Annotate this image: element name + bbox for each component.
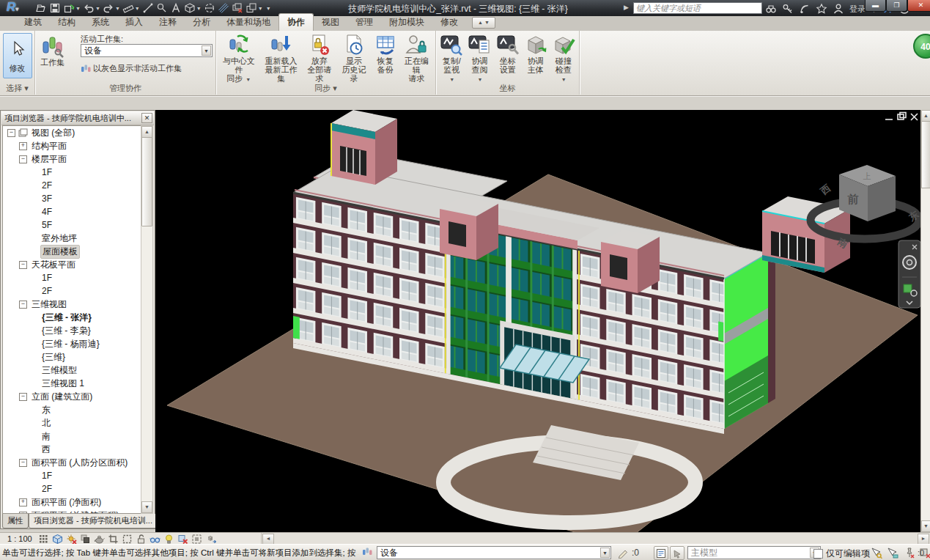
view-lock-icon[interactable] xyxy=(136,534,147,545)
sync-sync-center-button[interactable]: 与中心文件同步 ▼ xyxy=(218,31,260,84)
tree-item[interactable]: {三维} xyxy=(3,350,144,364)
displacement-icon[interactable] xyxy=(205,534,216,545)
active-workset-dropdown[interactable]: 设备 ▼ xyxy=(81,44,213,57)
visual-style-icon[interactable] xyxy=(52,534,63,545)
ribbon-collapse-icon[interactable]: ▲ ▼ xyxy=(472,17,495,29)
collapse-icon[interactable]: − xyxy=(19,261,27,269)
checkbox-icon[interactable] xyxy=(813,549,823,559)
minimize-button[interactable]: ▬ xyxy=(865,0,886,12)
tree-item[interactable]: +面积平面 (净面积) xyxy=(3,495,144,509)
tree-item[interactable]: 南 xyxy=(3,430,144,443)
browser-tab-properties[interactable]: 属性 xyxy=(2,514,29,528)
qat-dimension-button[interactable] xyxy=(142,2,154,14)
temp-view-icon[interactable] xyxy=(191,534,202,545)
worksharing-icon[interactable] xyxy=(177,534,188,545)
tree-item[interactable]: −三维视图 xyxy=(3,298,144,311)
modify-button[interactable]: 修改 xyxy=(3,33,32,78)
ribbon-tab-建筑[interactable]: 建筑 xyxy=(16,14,50,31)
browser-tab-project-browser[interactable]: 项目浏览器 - 技师学院机电培训... xyxy=(29,514,158,528)
select-underlay-icon[interactable] xyxy=(887,547,898,559)
dropdown-arrow-icon[interactable]: ▼ xyxy=(95,6,100,11)
editable-only-checkbox[interactable]: 仅可编辑项 xyxy=(813,548,870,560)
vertical-scrollbar[interactable]: ▲ ▼ xyxy=(920,110,930,532)
rendering-icon[interactable] xyxy=(94,534,105,545)
tree-item[interactable]: −天花板平面 xyxy=(3,258,144,271)
tree-item[interactable]: 3F xyxy=(3,192,144,205)
qat-save-button[interactable] xyxy=(49,2,61,14)
scroll-down-icon[interactable]: ▼ xyxy=(141,501,152,513)
scroll-up-icon[interactable]: ▲ xyxy=(921,110,930,122)
tree-item[interactable]: 三维模型 xyxy=(3,364,144,377)
project-browser-title[interactable]: 项目浏览器 - 技师学院机电培训中... xyxy=(1,111,154,125)
drawing-area[interactable]: 前 上 西 南 东 xyxy=(155,110,920,532)
dropdown-arrow-icon[interactable]: ▼ xyxy=(202,45,211,56)
collapse-icon[interactable]: − xyxy=(19,301,27,309)
qat-view3d-button[interactable]: ▼ xyxy=(184,2,202,14)
navigation-bar[interactable] xyxy=(898,240,920,308)
scroll-left-icon[interactable]: ◄ xyxy=(262,534,274,545)
scrollbar-thumb[interactable] xyxy=(141,137,152,226)
reveal-hidden-icon[interactable] xyxy=(163,534,174,545)
sign-in-label[interactable]: 登录 xyxy=(849,4,866,15)
tree-item[interactable]: 2F xyxy=(3,284,144,298)
tree-item[interactable]: {三维 - 张洋} xyxy=(3,311,144,324)
editing-requests-icon[interactable] xyxy=(617,547,629,559)
sync-editing-requests-button[interactable]: 正在编辑请求 xyxy=(399,31,434,83)
tree-item[interactable]: 2F xyxy=(3,482,144,495)
ribbon-tab-系统[interactable]: 系统 xyxy=(84,14,117,31)
tree-item[interactable]: 4F xyxy=(3,205,144,218)
sync-relinquish-button[interactable]: 放弃全部请求 xyxy=(302,31,336,83)
qat-sync-small-button[interactable]: ▼ xyxy=(63,2,81,14)
qat-section-button[interactable] xyxy=(204,2,215,14)
expand-icon[interactable]: + xyxy=(19,498,27,506)
design-option-dropdown[interactable]: 主模型 ▼ xyxy=(687,546,821,559)
coord-coord-host-button[interactable]: 协调主体 xyxy=(522,31,550,74)
ribbon-tab-体量和场地[interactable]: 体量和场地 xyxy=(218,14,278,31)
coord-copy-monitor-button[interactable]: 复制/监视 ▼ xyxy=(438,31,465,84)
ribbon-tab-分析[interactable]: 分析 xyxy=(185,14,218,31)
dropdown-arrow-icon[interactable]: ▼ xyxy=(196,6,202,11)
ribbon-tab-注释[interactable]: 注释 xyxy=(151,14,185,31)
gray-inactive-worksets-toggle[interactable]: 以灰色显示非活动工作集 xyxy=(81,63,182,74)
sync-reload-latest-button[interactable]: 重新载入最新工作集 xyxy=(260,31,303,83)
tree-item[interactable]: {三维 - 李枭} xyxy=(3,324,144,337)
dropdown-arrow-icon[interactable]: ▼ xyxy=(115,6,120,11)
collapse-icon[interactable]: − xyxy=(7,129,15,137)
dropdown-arrow-icon[interactable]: ▼ xyxy=(258,6,263,11)
crop-view-icon[interactable] xyxy=(108,534,119,545)
tree-item[interactable]: 东 xyxy=(3,403,144,416)
design-options-dialog-button[interactable] xyxy=(654,546,668,560)
key-icon[interactable] xyxy=(782,3,794,15)
tree-item[interactable]: −立面 (建筑立面) xyxy=(3,390,144,403)
tree-item[interactable]: −视图 (全部) xyxy=(3,126,144,139)
sun-path-icon[interactable] xyxy=(66,534,77,545)
qat-measure-button[interactable]: ▼ xyxy=(122,2,140,14)
qat-undo-button[interactable]: ▼ xyxy=(83,2,100,14)
workset-dropdown[interactable]: 设备 ▼ xyxy=(377,546,611,559)
viewcube-top-label[interactable]: 上 xyxy=(863,172,871,180)
view-scale[interactable]: 1 : 100 xyxy=(0,534,38,543)
ribbon-tab-附加模块[interactable]: 附加模块 xyxy=(381,14,432,31)
collapse-icon[interactable]: − xyxy=(19,393,27,401)
collapse-icon[interactable]: − xyxy=(19,459,27,467)
scrollbar-thumb[interactable] xyxy=(921,121,930,188)
viewcube-front-label[interactable]: 前 xyxy=(847,193,859,205)
tree-scrollbar[interactable]: ▲ ▼ xyxy=(141,125,153,514)
title-expand-icon[interactable]: ▶ xyxy=(624,4,629,11)
sync-restore-backup-button[interactable]: 恢复备份 xyxy=(372,31,399,74)
star-icon[interactable] xyxy=(816,3,827,15)
shadows-icon[interactable] xyxy=(80,534,91,545)
ribbon-tab-结构[interactable]: 结构 xyxy=(50,14,84,31)
tree-item[interactable]: +结构平面 xyxy=(3,139,144,152)
infocenter-search-input[interactable]: 键入关键字或短语 xyxy=(633,2,762,14)
tree-item[interactable]: 1F xyxy=(3,469,144,482)
worksets-button[interactable]: 工作集 xyxy=(38,32,67,67)
tree-item[interactable]: 1F xyxy=(3,271,144,284)
coord-coord-review-button[interactable]: 协调查阅 ▼ xyxy=(465,31,493,84)
qat-close-hidden-button[interactable] xyxy=(232,2,243,14)
temp-hide-icon[interactable] xyxy=(150,534,160,545)
ribbon-tab-视图[interactable]: 视图 xyxy=(314,14,347,31)
person-icon[interactable] xyxy=(833,3,844,15)
tree-item[interactable]: 室外地坪 xyxy=(3,232,144,245)
tree-item[interactable]: 2F xyxy=(3,179,144,192)
